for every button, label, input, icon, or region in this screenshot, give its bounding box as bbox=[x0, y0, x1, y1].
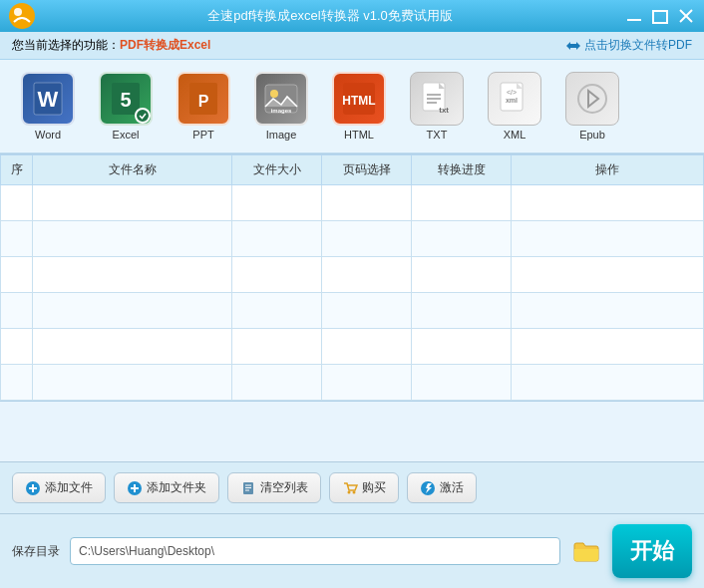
format-icon-xml[interactable]: xml </> XML bbox=[479, 68, 550, 145]
format-icon-excel[interactable]: 5 Excel bbox=[90, 68, 162, 145]
clear-list-icon bbox=[240, 480, 256, 496]
svg-text:P: P bbox=[198, 93, 209, 110]
svg-marker-28 bbox=[588, 91, 598, 107]
col-header-seq: 序 bbox=[1, 155, 33, 185]
format-label-ppt: PPT bbox=[192, 129, 213, 141]
buy-button[interactable]: 购买 bbox=[329, 472, 399, 503]
format-label-image: Image bbox=[266, 129, 297, 141]
add-file-icon bbox=[25, 480, 41, 496]
add-folder-button[interactable]: 添加文件夹 bbox=[114, 472, 219, 503]
table-row bbox=[1, 221, 704, 257]
window-controls bbox=[624, 6, 696, 26]
status-text: 您当前选择的功能：PDF转换成Excel bbox=[12, 37, 210, 54]
svg-text:HTML: HTML bbox=[342, 94, 375, 108]
col-header-action: 操作 bbox=[512, 155, 704, 185]
switch-icon bbox=[564, 38, 580, 54]
folder-icon bbox=[572, 537, 600, 565]
svg-point-1 bbox=[14, 8, 22, 16]
table-row bbox=[1, 257, 704, 293]
col-header-filename: 文件名称 bbox=[33, 155, 232, 185]
minimize-icon[interactable] bbox=[624, 6, 644, 26]
svg-text:W: W bbox=[38, 87, 59, 112]
svg-point-39 bbox=[348, 490, 351, 493]
svg-point-40 bbox=[353, 490, 356, 493]
close-icon[interactable] bbox=[676, 6, 696, 26]
svg-point-27 bbox=[578, 85, 606, 113]
col-header-progress: 转换进度 bbox=[412, 155, 512, 185]
action-buttons-row: 添加文件 添加文件夹 清空列表 bbox=[0, 461, 704, 514]
svg-text:5: 5 bbox=[120, 89, 131, 111]
save-path-row: 保存目录 开始 bbox=[0, 514, 704, 588]
format-label-epub: Epub bbox=[579, 129, 605, 141]
col-header-pagesel: 页码选择 bbox=[322, 155, 412, 185]
app-logo bbox=[8, 2, 36, 30]
activate-icon bbox=[420, 480, 436, 496]
svg-text:images: images bbox=[271, 108, 292, 114]
format-icon-html[interactable]: HTML HTML bbox=[323, 68, 395, 145]
format-icon-word[interactable]: W Word bbox=[12, 68, 84, 145]
maximize-icon[interactable] bbox=[650, 6, 670, 26]
format-icons-row: W Word 5 Excel P bbox=[0, 60, 704, 153]
start-button[interactable]: 开始 bbox=[612, 524, 692, 578]
save-path-input[interactable] bbox=[70, 537, 560, 565]
table-row bbox=[1, 365, 704, 401]
format-icon-epub[interactable]: Epub bbox=[556, 68, 628, 145]
format-icon-image[interactable]: images Image bbox=[245, 68, 317, 145]
table-row bbox=[1, 293, 704, 329]
format-icon-ppt[interactable]: P PPT bbox=[168, 68, 239, 145]
format-label-xml: XML bbox=[504, 129, 527, 141]
col-header-filesize: 文件大小 bbox=[232, 155, 322, 185]
activate-button[interactable]: 激活 bbox=[407, 472, 477, 503]
add-file-button[interactable]: 添加文件 bbox=[12, 472, 106, 503]
save-label: 保存目录 bbox=[12, 543, 60, 560]
format-label-txt: TXT bbox=[427, 129, 448, 141]
svg-point-0 bbox=[9, 3, 35, 29]
file-table: 序 文件名称 文件大小 页码选择 转换进度 操作 bbox=[0, 154, 704, 401]
svg-text:xml: xml bbox=[506, 97, 518, 104]
bottom-section: 添加文件 添加文件夹 清空列表 bbox=[0, 461, 704, 588]
buy-icon bbox=[342, 480, 358, 496]
file-table-section: 序 文件名称 文件大小 页码选择 转换进度 操作 bbox=[0, 153, 704, 461]
svg-rect-3 bbox=[653, 11, 667, 23]
status-bar: 您当前选择的功能：PDF转换成Excel 点击切换文件转PDF bbox=[0, 32, 704, 60]
svg-text:txt: txt bbox=[439, 106, 449, 115]
format-label-word: Word bbox=[35, 129, 61, 141]
switch-mode-button[interactable]: 点击切换文件转PDF bbox=[564, 37, 692, 54]
format-label-html: HTML bbox=[344, 129, 374, 141]
title-bar: 全速pdf转换成excel转换器 v1.0免费试用版 bbox=[0, 0, 704, 32]
table-row bbox=[1, 329, 704, 365]
svg-rect-2 bbox=[627, 19, 641, 21]
format-label-excel: Excel bbox=[113, 129, 140, 141]
add-folder-icon bbox=[127, 480, 143, 496]
clear-list-button[interactable]: 清空列表 bbox=[227, 472, 321, 503]
svg-text:</>: </> bbox=[507, 89, 517, 96]
svg-point-15 bbox=[270, 90, 278, 98]
format-icon-txt[interactable]: txt TXT bbox=[401, 68, 473, 145]
browse-folder-button[interactable] bbox=[570, 537, 602, 565]
window-title: 全速pdf转换成excel转换器 v1.0免费试用版 bbox=[36, 7, 624, 25]
table-row bbox=[1, 185, 704, 221]
